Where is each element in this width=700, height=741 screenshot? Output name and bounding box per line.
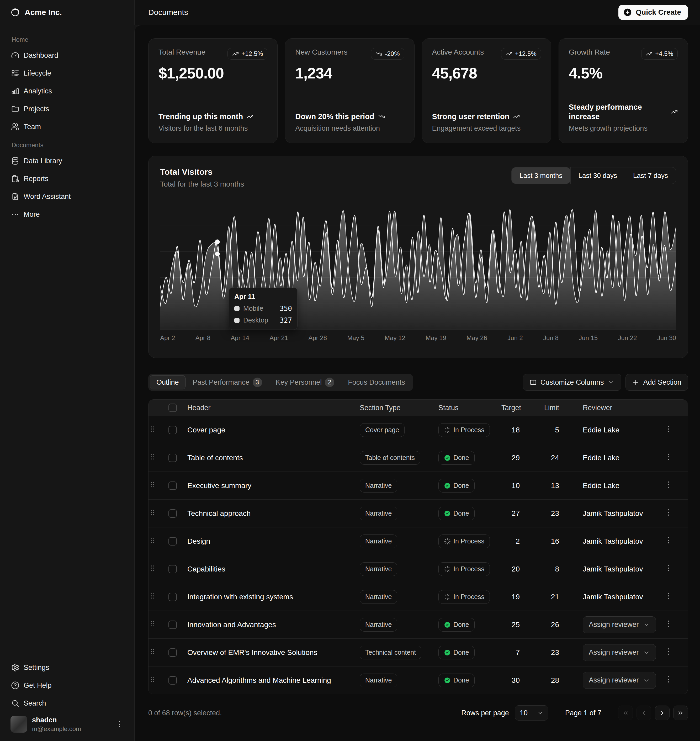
table-row[interactable]: Integration with existing systemsNarrati… bbox=[149, 583, 688, 610]
sidebar-item-search[interactable]: Search bbox=[7, 695, 128, 712]
assign-reviewer-button[interactable]: Assign reviewer bbox=[583, 672, 656, 689]
section-type-badge[interactable]: Cover page bbox=[360, 423, 404, 437]
row-menu-icon[interactable] bbox=[664, 564, 673, 573]
section-type-badge[interactable]: Narrative bbox=[360, 590, 397, 604]
section-type-badge[interactable]: Table of contents bbox=[360, 451, 420, 465]
drag-handle-icon[interactable] bbox=[149, 509, 156, 516]
row-checkbox[interactable] bbox=[168, 509, 177, 518]
row-header[interactable]: Advanced Algorithms and Machine Learning bbox=[184, 676, 360, 685]
range-option-1[interactable]: Last 3 months bbox=[512, 168, 570, 184]
row-menu-icon[interactable] bbox=[664, 452, 673, 461]
target-cell[interactable]: 27 bbox=[501, 509, 530, 518]
target-cell[interactable]: 29 bbox=[501, 454, 530, 462]
quick-create-button[interactable]: Quick Create bbox=[618, 5, 688, 20]
row-checkbox[interactable] bbox=[168, 648, 177, 657]
table-row[interactable]: Table of contentsTable of contentsDone29… bbox=[149, 444, 688, 472]
table-row[interactable]: Cover pageCover pageIn Process185Eddie L… bbox=[149, 416, 688, 444]
section-type-badge[interactable]: Narrative bbox=[360, 562, 397, 576]
limit-cell[interactable]: 28 bbox=[530, 676, 570, 685]
user-menu[interactable]: shadcn m@example.com bbox=[7, 713, 128, 736]
row-header[interactable]: Capabilities bbox=[184, 565, 360, 573]
first-page-button[interactable] bbox=[618, 706, 633, 720]
row-menu-icon[interactable] bbox=[664, 536, 673, 545]
section-type-badge[interactable]: Narrative bbox=[360, 673, 397, 687]
sidebar-item-analytics[interactable]: Analytics bbox=[7, 83, 128, 100]
limit-cell[interactable]: 23 bbox=[530, 648, 570, 657]
target-cell[interactable]: 18 bbox=[501, 426, 530, 434]
target-cell[interactable]: 7 bbox=[501, 648, 530, 657]
tab-focus-documents[interactable]: Focus Documents bbox=[341, 375, 412, 390]
brand[interactable]: Acme Inc. bbox=[0, 0, 134, 25]
table-row[interactable]: Overview of EMR's Innovative SolutionsTe… bbox=[149, 638, 688, 666]
row-header[interactable]: Table of contents bbox=[184, 454, 360, 462]
row-checkbox[interactable] bbox=[168, 620, 177, 629]
sidebar-item-settings[interactable]: Settings bbox=[7, 659, 128, 676]
ellipsis-vertical-icon[interactable] bbox=[115, 720, 124, 729]
row-checkbox[interactable] bbox=[168, 426, 177, 434]
row-menu-icon[interactable] bbox=[664, 647, 673, 656]
range-option-2[interactable]: Last 30 days bbox=[571, 168, 625, 184]
row-menu-icon[interactable] bbox=[664, 480, 673, 489]
drag-handle-icon[interactable] bbox=[149, 564, 156, 572]
row-menu-icon[interactable] bbox=[664, 591, 673, 600]
section-type-badge[interactable]: Narrative bbox=[360, 479, 397, 493]
row-header[interactable]: Executive summary bbox=[184, 481, 360, 490]
row-menu-icon[interactable] bbox=[664, 425, 673, 434]
target-cell[interactable]: 2 bbox=[501, 537, 530, 545]
section-type-badge[interactable]: Technical content bbox=[360, 646, 421, 659]
range-option-3[interactable]: Last 7 days bbox=[625, 168, 676, 184]
sidebar-item-get-help[interactable]: Get Help bbox=[7, 677, 128, 694]
previous-page-button[interactable] bbox=[637, 706, 651, 720]
drag-handle-icon[interactable] bbox=[149, 675, 156, 683]
sidebar-item-projects[interactable]: Projects bbox=[7, 100, 128, 117]
select-all-checkbox[interactable] bbox=[168, 404, 177, 412]
drag-handle-icon[interactable] bbox=[149, 592, 156, 600]
limit-cell[interactable]: 23 bbox=[530, 509, 570, 518]
limit-cell[interactable]: 5 bbox=[530, 426, 570, 434]
add-section-button[interactable]: Add Section bbox=[625, 374, 688, 391]
table-row[interactable]: Technical approachNarrativeDone2723Jamik… bbox=[149, 499, 688, 527]
target-cell[interactable]: 10 bbox=[501, 481, 530, 490]
tab-past-performance[interactable]: Past Performance3 bbox=[187, 375, 268, 390]
drag-handle-icon[interactable] bbox=[149, 536, 156, 544]
sidebar-item-reports[interactable]: Reports bbox=[7, 170, 128, 187]
row-checkbox[interactable] bbox=[168, 454, 177, 462]
row-header[interactable]: Integration with existing systems bbox=[184, 593, 360, 601]
sidebar-item-word-assistant[interactable]: Word Assistant bbox=[7, 188, 128, 205]
row-checkbox[interactable] bbox=[168, 593, 177, 601]
sidebar-item-dashboard[interactable]: Dashboard bbox=[7, 47, 128, 64]
assign-reviewer-button[interactable]: Assign reviewer bbox=[583, 616, 656, 633]
limit-cell[interactable]: 8 bbox=[530, 565, 570, 573]
row-header[interactable]: Technical approach bbox=[184, 509, 360, 518]
sidebar-item-team[interactable]: Team bbox=[7, 118, 128, 135]
sidebar-item-lifecycle[interactable]: Lifecycle bbox=[7, 65, 128, 82]
table-row[interactable]: Innovation and AdvantagesNarrativeDone25… bbox=[149, 610, 688, 638]
limit-cell[interactable]: 16 bbox=[530, 537, 570, 545]
drag-handle-icon[interactable] bbox=[149, 481, 156, 488]
row-checkbox[interactable] bbox=[168, 537, 177, 545]
tab-key-personnel[interactable]: Key Personnel2 bbox=[269, 375, 341, 390]
drag-handle-icon[interactable] bbox=[149, 620, 156, 628]
section-type-badge[interactable]: Narrative bbox=[360, 507, 397, 520]
section-type-badge[interactable]: Narrative bbox=[360, 618, 397, 632]
target-cell[interactable]: 19 bbox=[501, 593, 530, 601]
row-checkbox[interactable] bbox=[168, 676, 177, 685]
row-checkbox[interactable] bbox=[168, 481, 177, 490]
table-row[interactable]: Executive summaryNarrativeDone1013Eddie … bbox=[149, 472, 688, 499]
row-header[interactable]: Cover page bbox=[184, 426, 360, 434]
chart-plot[interactable]: Apr 11 Mobile350Desktop327 bbox=[160, 199, 676, 330]
last-page-button[interactable] bbox=[673, 706, 688, 720]
target-cell[interactable]: 25 bbox=[501, 620, 530, 629]
row-header[interactable]: Design bbox=[184, 537, 360, 545]
next-page-button[interactable] bbox=[655, 706, 669, 720]
target-cell[interactable]: 30 bbox=[501, 676, 530, 685]
row-header[interactable]: Innovation and Advantages bbox=[184, 620, 360, 629]
rows-per-page-select[interactable]: 10 bbox=[515, 705, 549, 720]
row-checkbox[interactable] bbox=[168, 565, 177, 573]
limit-cell[interactable]: 21 bbox=[530, 593, 570, 601]
table-row[interactable]: Advanced Algorithms and Machine Learning… bbox=[149, 666, 688, 694]
table-row[interactable]: CapabilitiesNarrativeIn Process208Jamik … bbox=[149, 555, 688, 583]
target-cell[interactable]: 20 bbox=[501, 565, 530, 573]
row-menu-icon[interactable] bbox=[664, 508, 673, 517]
row-menu-icon[interactable] bbox=[664, 675, 673, 684]
